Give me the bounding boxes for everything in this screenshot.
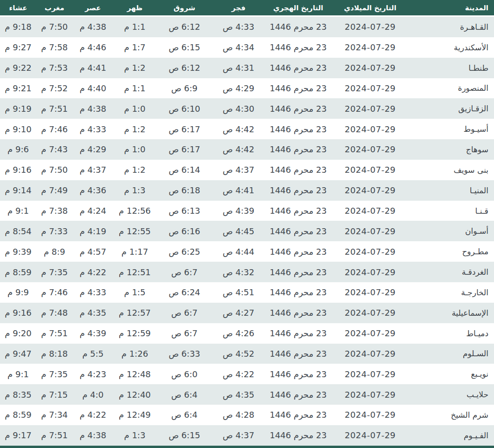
cell-gregorian: 2024-07-29 <box>332 16 408 37</box>
cell-shuruq: 6:4 ص <box>156 384 213 405</box>
cell-dhuhr: 1:1 م <box>113 16 156 37</box>
cell-asr: 4:33 م <box>73 282 113 303</box>
cell-asr: 4:46 م <box>73 37 113 58</box>
cell-shuruq: 6:33 ص <box>156 344 213 364</box>
cell-isha: 8:35 م <box>0 384 36 405</box>
cell-fajr: 4:26 ص <box>213 323 264 344</box>
cell-fajr: 4:51 ص <box>213 282 264 303</box>
cell-gregorian: 2024-07-29 <box>332 323 408 344</box>
cell-city: مطـروح <box>408 241 494 262</box>
cell-shuruq: 6:17 ص <box>156 119 213 139</box>
cell-isha: 9:39 م <box>0 241 36 262</box>
cell-maghrib: 7:43 م <box>36 139 73 160</box>
cell-gregorian: 2024-07-29 <box>332 37 408 58</box>
table-row: نويـبع2024-07-2923 محرم 14464:22 ص6:0 ص1… <box>0 364 494 384</box>
cell-asr: 4:33 م <box>73 119 113 139</box>
cell-asr: 4:37 م <box>73 160 113 180</box>
cell-hijri: 23 محرم 1446 <box>264 139 332 160</box>
cell-hijri: 23 محرم 1446 <box>264 344 332 364</box>
cell-gregorian: 2024-07-29 <box>332 221 408 241</box>
cell-city: شرم الشيخ <box>408 405 494 425</box>
cell-shuruq: 6:17 ص <box>156 139 213 160</box>
cell-hijri: 23 محرم 1446 <box>264 364 332 384</box>
table-row: المنصورة2024-07-2923 محرم 14464:29 ص6:9 … <box>0 78 494 99</box>
column-header-gregorian: التاريخ الميلادي <box>332 0 408 16</box>
cell-shuruq: 6:24 ص <box>156 282 213 303</box>
cell-isha: 9:16 م <box>0 160 36 180</box>
cell-maghrib: 7:34 م <box>36 405 73 425</box>
cell-hijri: 23 محرم 1446 <box>264 303 332 323</box>
cell-asr: 4:39 م <box>73 323 113 344</box>
cell-asr: 4:40 م <box>73 78 113 99</box>
cell-fajr: 4:33 ص <box>213 16 264 37</box>
cell-dhuhr: 12:59 م <box>113 323 156 344</box>
cell-gregorian: 2024-07-29 <box>332 405 408 425</box>
table-body: القـاهـرة2024-07-2923 محرم 14464:33 ص6:1… <box>0 16 494 446</box>
cell-asr: 4:35 م <box>73 303 113 323</box>
cell-dhuhr: 12:56 م <box>113 201 156 221</box>
cell-dhuhr: 1:7 م <box>113 37 156 58</box>
cell-fajr: 4:35 ص <box>213 384 264 405</box>
cell-asr: 4:29 م <box>73 139 113 160</box>
cell-hijri: 23 محرم 1446 <box>264 58 332 78</box>
cell-asr: 4:19 م <box>73 221 113 241</box>
prayer-times-page: المدينةالتاريخ الميلاديالتاريخ الهجريفجر… <box>0 0 494 448</box>
cell-maghrib: 7:46 م <box>36 119 73 139</box>
cell-fajr: 4:37 ص <box>213 425 264 446</box>
cell-hijri: 23 محرم 1446 <box>264 405 332 425</box>
column-header-hijri: التاريخ الهجري <box>264 0 332 16</box>
cell-dhuhr: 1:3 م <box>113 180 156 201</box>
cell-city: المنيـا <box>408 180 494 201</box>
cell-city: السـلوم <box>408 344 494 364</box>
cell-dhuhr: 1:1 م <box>113 78 156 99</box>
cell-hijri: 23 محرم 1446 <box>264 425 332 446</box>
cell-dhuhr: 12:49 م <box>113 405 156 425</box>
cell-hijri: 23 محرم 1446 <box>264 98 332 119</box>
cell-city: الإسماعيلية <box>408 303 494 323</box>
cell-fajr: 4:37 ص <box>213 160 264 180</box>
cell-asr: 4:22 م <box>73 262 113 282</box>
cell-maghrib: 7:15 م <box>36 384 73 405</box>
cell-gregorian: 2024-07-29 <box>332 384 408 405</box>
cell-shuruq: 6:9 ص <box>156 78 213 99</box>
cell-shuruq: 6:15 ص <box>156 425 213 446</box>
cell-hijri: 23 محرم 1446 <box>264 323 332 344</box>
cell-dhuhr: 12:40 م <box>113 384 156 405</box>
cell-isha: 9:47 م <box>0 344 36 364</box>
cell-dhuhr: 1:17 م <box>113 241 156 262</box>
column-header-city: المدينة <box>408 0 494 16</box>
table-row: أسيـوط2024-07-2923 محرم 14464:42 ص6:17 ص… <box>0 119 494 139</box>
column-header-fajr: فجر <box>213 0 264 16</box>
cell-gregorian: 2024-07-29 <box>332 344 408 364</box>
cell-hijri: 23 محرم 1446 <box>264 119 332 139</box>
cell-city: المنصورة <box>408 78 494 99</box>
cell-hijri: 23 محرم 1446 <box>264 384 332 405</box>
cell-isha: 9:1 م <box>0 201 36 221</box>
table-header: المدينةالتاريخ الميلاديالتاريخ الهجريفجر… <box>0 0 494 16</box>
column-header-shuruq: شروق <box>156 0 213 16</box>
cell-city: قـنـا <box>408 201 494 221</box>
cell-hijri: 23 محرم 1446 <box>264 160 332 180</box>
cell-gregorian: 2024-07-29 <box>332 98 408 119</box>
cell-hijri: 23 محرم 1446 <box>264 37 332 58</box>
table-row: المنيـا2024-07-2923 محرم 14464:41 ص6:18 … <box>0 180 494 201</box>
cell-fajr: 4:45 ص <box>213 221 264 241</box>
cell-gregorian: 2024-07-29 <box>332 139 408 160</box>
cell-isha: 9:17 م <box>0 425 36 446</box>
cell-shuruq: 6:4 ص <box>156 405 213 425</box>
cell-city: بنى سويف <box>408 160 494 180</box>
cell-dhuhr: 1:2 م <box>113 119 156 139</box>
cell-isha: 8:54 م <box>0 221 36 241</box>
cell-hijri: 23 محرم 1446 <box>264 180 332 201</box>
table-row: الأسكندرية2024-07-2923 محرم 14464:34 ص6:… <box>0 37 494 58</box>
cell-city: نويـبع <box>408 364 494 384</box>
cell-maghrib: 8:9 م <box>36 241 73 262</box>
cell-shuruq: 6:16 ص <box>156 221 213 241</box>
table-bottom-bar <box>0 446 494 448</box>
table-row: الخارجـة2024-07-2923 محرم 14464:51 ص6:24… <box>0 282 494 303</box>
cell-isha: 9:14 م <box>0 180 36 201</box>
cell-isha: 9:19 م <box>0 98 36 119</box>
cell-dhuhr: 1:2 م <box>113 160 156 180</box>
cell-shuruq: 6:25 ص <box>156 241 213 262</box>
table-row: حلايـب2024-07-2923 محرم 14464:35 ص6:4 ص1… <box>0 384 494 405</box>
